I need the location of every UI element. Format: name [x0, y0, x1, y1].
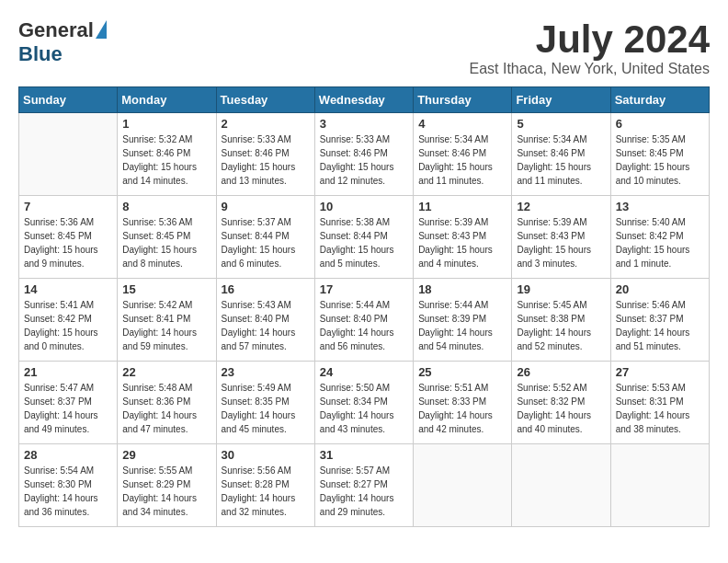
- day-info: Sunrise: 5:32 AM Sunset: 8:46 PM Dayligh…: [122, 132, 210, 188]
- day-number: 29: [122, 448, 210, 462]
- day-number: 11: [418, 200, 506, 213]
- day-info: Sunrise: 5:52 AM Sunset: 8:32 PM Dayligh…: [517, 381, 605, 436]
- day-number: 28: [24, 448, 112, 462]
- day-number: 9: [222, 200, 310, 213]
- day-info: Sunrise: 5:36 AM Sunset: 8:45 PM Dayligh…: [122, 215, 210, 270]
- calendar-cell: 8Sunrise: 5:36 AM Sunset: 8:45 PM Daylig…: [118, 196, 216, 279]
- calendar-cell: [610, 444, 709, 527]
- day-info: Sunrise: 5:39 AM Sunset: 8:43 PM Dayligh…: [517, 215, 605, 270]
- day-number: 14: [24, 282, 112, 296]
- logo: General Blue: [18, 18, 107, 66]
- day-number: 21: [24, 365, 112, 379]
- day-number: 24: [320, 365, 408, 379]
- header-row: SundayMondayTuesdayWednesdayThursdayFrid…: [19, 87, 710, 113]
- calendar-cell: 5Sunrise: 5:34 AM Sunset: 8:46 PM Daylig…: [512, 113, 610, 196]
- day-number: 30: [222, 448, 310, 462]
- day-number: 12: [517, 200, 605, 213]
- calendar-cell: 30Sunrise: 5:56 AM Sunset: 8:28 PM Dayli…: [216, 444, 314, 527]
- calendar-cell: [414, 444, 512, 527]
- calendar-cell: 9Sunrise: 5:37 AM Sunset: 8:44 PM Daylig…: [216, 196, 314, 279]
- calendar-cell: 15Sunrise: 5:42 AM Sunset: 8:41 PM Dayli…: [118, 279, 216, 362]
- day-info: Sunrise: 5:40 AM Sunset: 8:42 PM Dayligh…: [616, 215, 704, 270]
- calendar-cell: 12Sunrise: 5:39 AM Sunset: 8:43 PM Dayli…: [512, 196, 610, 279]
- calendar-cell: 10Sunrise: 5:38 AM Sunset: 8:44 PM Dayli…: [314, 196, 413, 279]
- day-info: Sunrise: 5:50 AM Sunset: 8:34 PM Dayligh…: [320, 381, 408, 436]
- day-info: Sunrise: 5:44 AM Sunset: 8:40 PM Dayligh…: [320, 298, 408, 353]
- calendar-cell: 31Sunrise: 5:57 AM Sunset: 8:27 PM Dayli…: [314, 444, 413, 527]
- day-number: 22: [122, 365, 210, 379]
- day-number: 2: [222, 117, 310, 131]
- day-number: 3: [320, 117, 408, 131]
- day-info: Sunrise: 5:38 AM Sunset: 8:44 PM Dayligh…: [320, 215, 408, 270]
- week-row-1: 1Sunrise: 5:32 AM Sunset: 8:46 PM Daylig…: [19, 113, 710, 196]
- calendar-cell: 23Sunrise: 5:49 AM Sunset: 8:35 PM Dayli…: [216, 362, 314, 444]
- day-number: 7: [24, 200, 112, 213]
- page-header: General Blue July 2024 East Ithaca, New …: [18, 18, 710, 77]
- day-info: Sunrise: 5:45 AM Sunset: 8:38 PM Dayligh…: [517, 298, 605, 353]
- calendar-cell: 28Sunrise: 5:54 AM Sunset: 8:30 PM Dayli…: [19, 444, 118, 527]
- calendar-cell: 16Sunrise: 5:43 AM Sunset: 8:40 PM Dayli…: [216, 279, 314, 362]
- day-info: Sunrise: 5:36 AM Sunset: 8:45 PM Dayligh…: [24, 215, 112, 270]
- calendar-cell: 13Sunrise: 5:40 AM Sunset: 8:42 PM Dayli…: [610, 196, 709, 279]
- calendar-cell: 19Sunrise: 5:45 AM Sunset: 8:38 PM Dayli…: [512, 279, 610, 362]
- day-number: 31: [320, 448, 408, 462]
- day-info: Sunrise: 5:54 AM Sunset: 8:30 PM Dayligh…: [24, 464, 112, 519]
- day-info: Sunrise: 5:57 AM Sunset: 8:27 PM Dayligh…: [320, 464, 408, 519]
- calendar-cell: 27Sunrise: 5:53 AM Sunset: 8:31 PM Dayli…: [610, 362, 709, 444]
- day-number: 19: [517, 282, 605, 296]
- calendar-cell: 26Sunrise: 5:52 AM Sunset: 8:32 PM Dayli…: [512, 362, 610, 444]
- day-number: 26: [517, 365, 605, 379]
- day-info: Sunrise: 5:43 AM Sunset: 8:40 PM Dayligh…: [222, 298, 310, 353]
- header-thursday: Thursday: [414, 87, 512, 113]
- day-info: Sunrise: 5:42 AM Sunset: 8:41 PM Dayligh…: [122, 298, 210, 353]
- day-number: 6: [616, 117, 704, 131]
- logo-general: General: [18, 18, 94, 42]
- week-row-3: 14Sunrise: 5:41 AM Sunset: 8:42 PM Dayli…: [19, 279, 710, 362]
- calendar-cell: 6Sunrise: 5:35 AM Sunset: 8:45 PM Daylig…: [610, 113, 709, 196]
- day-info: Sunrise: 5:46 AM Sunset: 8:37 PM Dayligh…: [616, 298, 704, 353]
- day-number: 23: [222, 365, 310, 379]
- day-number: 17: [320, 282, 408, 296]
- calendar-cell: 1Sunrise: 5:32 AM Sunset: 8:46 PM Daylig…: [118, 113, 216, 196]
- calendar-cell: 7Sunrise: 5:36 AM Sunset: 8:45 PM Daylig…: [19, 196, 118, 279]
- calendar-cell: [19, 113, 118, 196]
- calendar-cell: 24Sunrise: 5:50 AM Sunset: 8:34 PM Dayli…: [314, 362, 413, 444]
- calendar-cell: 25Sunrise: 5:51 AM Sunset: 8:33 PM Dayli…: [414, 362, 512, 444]
- header-monday: Monday: [118, 87, 216, 113]
- logo-blue: Blue: [18, 42, 63, 66]
- calendar-cell: [512, 444, 610, 527]
- day-number: 27: [616, 365, 704, 379]
- day-info: Sunrise: 5:37 AM Sunset: 8:44 PM Dayligh…: [222, 215, 310, 270]
- day-number: 10: [320, 200, 408, 213]
- calendar-cell: 22Sunrise: 5:48 AM Sunset: 8:36 PM Dayli…: [118, 362, 216, 444]
- day-number: 18: [418, 282, 506, 296]
- logo-triangle-icon: [96, 20, 107, 39]
- calendar-cell: 3Sunrise: 5:33 AM Sunset: 8:46 PM Daylig…: [314, 113, 413, 196]
- day-number: 8: [122, 200, 210, 213]
- day-info: Sunrise: 5:33 AM Sunset: 8:46 PM Dayligh…: [222, 132, 310, 188]
- calendar-table: SundayMondayTuesdayWednesdayThursdayFrid…: [18, 86, 710, 527]
- header-saturday: Saturday: [610, 87, 709, 113]
- calendar-cell: 29Sunrise: 5:55 AM Sunset: 8:29 PM Dayli…: [118, 444, 216, 527]
- month-title: July 2024: [470, 18, 710, 61]
- day-number: 16: [222, 282, 310, 296]
- day-info: Sunrise: 5:49 AM Sunset: 8:35 PM Dayligh…: [222, 381, 310, 436]
- title-block: July 2024 East Ithaca, New York, United …: [470, 18, 710, 77]
- header-tuesday: Tuesday: [216, 87, 314, 113]
- day-number: 25: [418, 365, 506, 379]
- day-info: Sunrise: 5:39 AM Sunset: 8:43 PM Dayligh…: [418, 215, 506, 270]
- day-info: Sunrise: 5:34 AM Sunset: 8:46 PM Dayligh…: [418, 132, 506, 188]
- day-info: Sunrise: 5:55 AM Sunset: 8:29 PM Dayligh…: [122, 464, 210, 519]
- day-number: 1: [122, 117, 210, 131]
- day-info: Sunrise: 5:33 AM Sunset: 8:46 PM Dayligh…: [320, 132, 408, 188]
- day-info: Sunrise: 5:47 AM Sunset: 8:37 PM Dayligh…: [24, 381, 112, 436]
- day-info: Sunrise: 5:48 AM Sunset: 8:36 PM Dayligh…: [122, 381, 210, 436]
- day-info: Sunrise: 5:51 AM Sunset: 8:33 PM Dayligh…: [418, 381, 506, 436]
- header-friday: Friday: [512, 87, 610, 113]
- calendar-cell: 17Sunrise: 5:44 AM Sunset: 8:40 PM Dayli…: [314, 279, 413, 362]
- day-info: Sunrise: 5:44 AM Sunset: 8:39 PM Dayligh…: [418, 298, 506, 353]
- week-row-5: 28Sunrise: 5:54 AM Sunset: 8:30 PM Dayli…: [19, 444, 710, 527]
- day-number: 20: [616, 282, 704, 296]
- day-info: Sunrise: 5:53 AM Sunset: 8:31 PM Dayligh…: [616, 381, 704, 436]
- day-info: Sunrise: 5:34 AM Sunset: 8:46 PM Dayligh…: [517, 132, 605, 188]
